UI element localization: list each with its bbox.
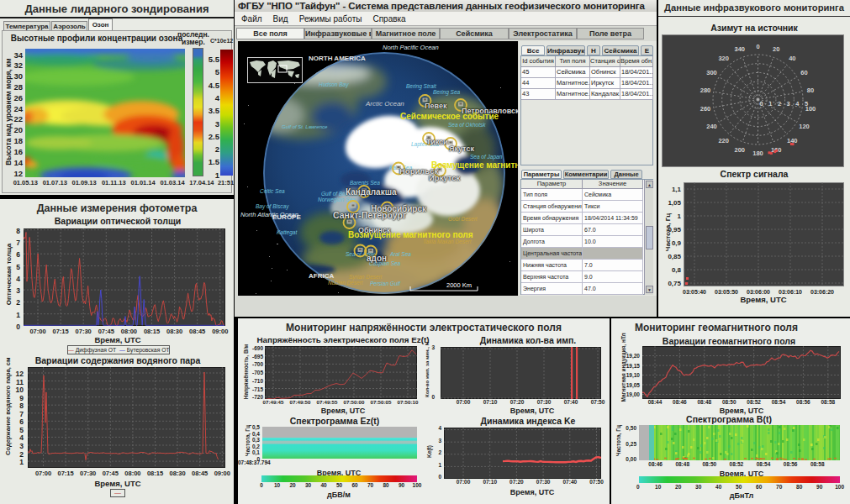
svg-text:1: 1 [768, 100, 772, 108]
svg-text:220: 220 [718, 137, 729, 144]
svg-text:200: 200 [735, 146, 746, 154]
svg-text:320: 320 [718, 55, 729, 62]
svg-text:340: 340 [735, 45, 746, 53]
svg-text:120: 120 [799, 123, 810, 130]
svg-text:4: 4 [795, 100, 800, 108]
svg-text:3: 3 [787, 100, 790, 108]
svg-text:80: 80 [807, 87, 814, 94]
svg-text:240: 240 [706, 123, 717, 130]
svg-text:300: 300 [706, 69, 717, 76]
svg-text:0: 0 [756, 43, 759, 50]
svg-text:0: 0 [760, 100, 763, 108]
svg-text:2: 2 [778, 100, 781, 108]
svg-text:180: 180 [752, 150, 763, 157]
svg-text:20: 20 [773, 45, 779, 53]
svg-text:5: 5 [805, 100, 808, 108]
svg-text:40: 40 [789, 55, 795, 62]
svg-text:60: 60 [800, 69, 807, 76]
svg-text:280: 280 [700, 87, 711, 94]
svg-text:260: 260 [700, 105, 711, 113]
